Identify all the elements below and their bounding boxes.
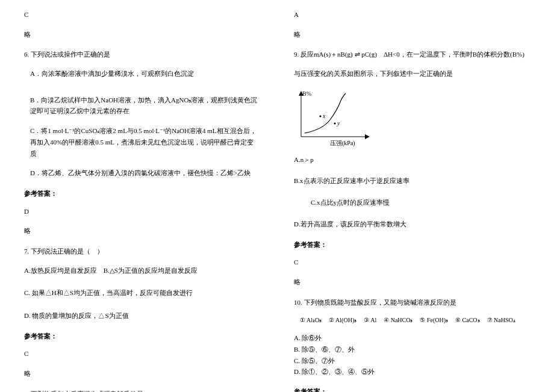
q10-o2: ② Al(OH)₃ — [329, 315, 356, 325]
svg-point-4 — [319, 115, 321, 117]
q7-optB: B.△S为正值的反应均是自发反应 — [104, 267, 198, 274]
q7-ans-label: 参考答案： — [24, 331, 259, 342]
svg-point-5 — [334, 122, 335, 124]
q10-optC: C. 除⑤、⑦外 — [294, 355, 408, 367]
q6-ans-label: 参考答案： — [24, 188, 259, 199]
q10-o7: ⑦ NaHSO₄ — [487, 315, 515, 325]
q6-optB: B．向溴乙烷试样中加入NaOH溶液，加热，滴入AgNO₃溶液，观察到浅黄色沉淀即… — [30, 95, 259, 117]
q10-stem: 10. 下列物质既能与盐酸反应，又能与烧碱溶液反应的是 — [294, 297, 533, 308]
q7-optAB: A.放热反应均是自发反应 B.△S为正值的反应均是自发反应 — [24, 265, 259, 276]
q7-optA: A.放热反应均是自发反应 — [24, 267, 97, 274]
q9-skip: 略 — [294, 276, 533, 288]
q9-optB: B.x点表示的正反应速率小于逆反应速率 — [294, 175, 533, 187]
q8-skip: 略 — [294, 29, 533, 40]
q8-stem: 8. 下列物质与水反应可生成强电解质的是 — [24, 388, 259, 392]
q7-optD: D. 物质的量增加的反应，△S为正值 — [24, 310, 259, 322]
q6-optC: C．将1 mol·L⁻¹的CuSO₄溶液2 mL与0.5 mol·L⁻¹的NaO… — [30, 125, 259, 159]
q5-skip: 略 — [24, 29, 259, 40]
q5-answer: C — [24, 9, 259, 20]
q7-ans: C — [24, 348, 259, 359]
q6-ans: D — [24, 206, 259, 217]
chart-point-x: x — [322, 113, 326, 119]
q10-optA: A. 除⑥外 — [294, 332, 408, 344]
q7-optC: C. 如果△H和△S均为正值，当高温时，反应可能自发进行 — [24, 287, 259, 299]
right-column: A 略 9. 反应mA(s)＋nB(g) ⇌ pC(g) ΔH<0，在一定温度下… — [277, 0, 554, 392]
q10-o4: ④ NaHCO₃ — [384, 315, 412, 325]
q7-stem: 7. 下列说法正确的是（ ） — [24, 246, 259, 257]
q6-optD: D．将乙烯、乙炔气体分别通入溴的四氯化碳溶液中，褪色快慢：乙烯>乙炔 — [30, 167, 259, 179]
q9-ans-label: 参考答案： — [294, 239, 533, 250]
q9-ans: C — [294, 257, 533, 268]
left-column: C 略 6. 下列说法或操作中正确的是 A．向浓苯酚溶液中滴加少量稀溴水，可观察… — [0, 0, 277, 392]
q10-optB: B. 除⑤、⑥、⑦、外 — [294, 344, 408, 355]
svg-marker-3 — [365, 134, 370, 139]
q6-optA: A．向浓苯酚溶液中滴加少量稀溴水，可观察到白色沉淀 — [30, 68, 259, 79]
q10-o1: ① Al₂O₃ — [300, 315, 322, 325]
q8-ans: A — [294, 9, 533, 20]
q9-stem1: 9. 反应mA(s)＋nB(g) ⇌ pC(g) ΔH<0，在一定温度下，平衡时… — [294, 49, 533, 60]
q10-ans-label: 参考答案： — [294, 386, 533, 392]
q7-skip: 略 — [24, 368, 259, 379]
q6-skip: 略 — [24, 225, 259, 237]
q9-chart: x y B% 压强(kPa) — [294, 90, 533, 147]
q10-o3: ③ Al — [364, 315, 376, 325]
q10-abcd: A. 除⑥外 B. 除⑤、⑥、⑦、外 C. 除⑤、⑦外 D. 除①、②、③、④、… — [294, 332, 533, 378]
chart-svg: x y B% 压强(kPa) — [294, 90, 378, 147]
q10-nums: ① Al₂O₃ ② Al(OH)₃ ③ Al ④ NaHCO₃ ⑤ Fe(OH)… — [300, 315, 533, 325]
q10-o6: ⑥ CaCO₃ — [455, 315, 480, 325]
chart-point-y: y — [337, 120, 340, 126]
q10-optD: D. 除①、②、③、④、⑤外 — [294, 366, 408, 378]
q9-stem2: 与压强变化的关系如图所示，下列叙述中一定正确的是 — [294, 68, 533, 79]
q6-stem: 6. 下列说法或操作中正确的是 — [24, 49, 259, 60]
chart-ylabel: B% — [302, 90, 311, 97]
q9-optC: C.x点比y点时的反应速率慢 — [311, 197, 533, 208]
chart-xlabel: 压强(kPa) — [330, 140, 355, 147]
q9-optD: D.若升高温度，该反应的平衡常数增大 — [294, 219, 533, 230]
q9-optA: A.n＞p — [294, 154, 533, 166]
q10-o5: ⑤ Fe(OH)₃ — [420, 315, 448, 325]
